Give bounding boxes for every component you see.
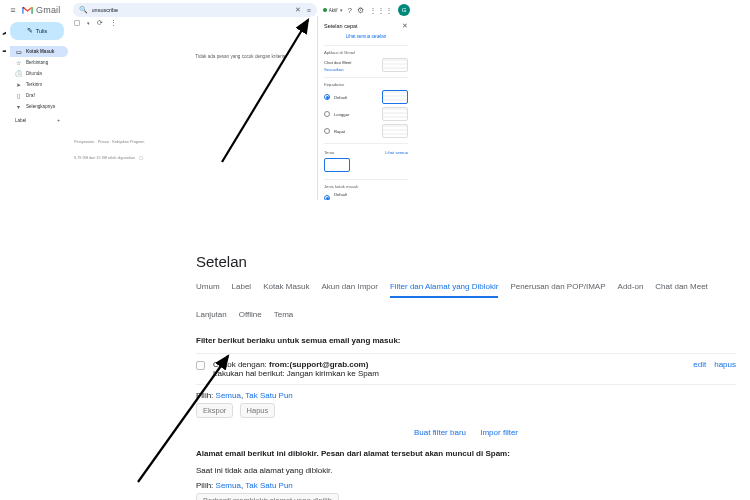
- send-icon: ➤: [15, 81, 22, 88]
- filter-delete-link[interactable]: hapus: [714, 360, 736, 369]
- gmail-brand-text: Gmail: [36, 5, 61, 15]
- topbar-right: Aktif ▾ ? ⚙ ⋮⋮⋮ G: [323, 4, 410, 16]
- filters-heading: Filter berikut berlaku untuk semua email…: [196, 336, 736, 345]
- density-option-comfortable[interactable]: Longgar: [324, 107, 408, 121]
- qs-apps-customize-link[interactable]: Sesuaikan: [324, 67, 378, 72]
- export-button[interactable]: Ekspor: [196, 403, 233, 418]
- delete-button[interactable]: Hapus: [240, 403, 276, 418]
- pick-all-link[interactable]: Semua: [216, 391, 241, 400]
- tab-filters-blocked[interactable]: Filter dan Alamat yang Diblokir: [390, 282, 499, 298]
- search-input[interactable]: [92, 7, 295, 13]
- settings-tabbar: Umum Label Kotak Masuk Akun dan Impor Fi…: [196, 282, 736, 326]
- nav-more[interactable]: ▾Selengkapnya: [10, 101, 68, 112]
- more-vert-icon[interactable]: ⋮: [110, 19, 117, 27]
- nav-drafts[interactable]: ▯Draf: [10, 90, 68, 101]
- radio-icon: [324, 195, 330, 200]
- blocked-select-picker: Pilih: Semua, Tak Satu Pun Berhenti memb…: [196, 481, 736, 500]
- pick-none-link[interactable]: Tak Satu Pun: [245, 391, 293, 400]
- menu-icon[interactable]: ≡: [6, 5, 20, 15]
- see-all-settings-link[interactable]: Lihat semua setelan: [324, 34, 408, 39]
- qs-theme-viewall-link[interactable]: Lihat semua: [385, 150, 408, 155]
- select-all-checkbox[interactable]: [74, 20, 80, 26]
- clear-search-icon[interactable]: ✕: [295, 6, 301, 14]
- settings-title: Setelan: [196, 253, 736, 270]
- search-options-icon[interactable]: ≡: [307, 7, 311, 14]
- pick-prefix: Pilih:: [196, 391, 216, 400]
- density-option-default[interactable]: Default: [324, 90, 408, 104]
- gmail-app-screenshot: ≡ Gmail 🔍 ✕ ≡ Aktif ▾ ? ⚙ ⋮⋮⋮ G: [6, 0, 414, 200]
- refresh-icon[interactable]: ⟳: [97, 19, 103, 27]
- nav-label: Terkirim: [26, 82, 42, 87]
- nav-sent[interactable]: ➤Terkirim: [10, 79, 68, 90]
- qs-apps-title: Aplikasi di Gmail: [324, 50, 408, 55]
- inboxtype-customize-link[interactable]: Sesuaikan: [334, 199, 408, 200]
- density-option-compact[interactable]: Rapat: [324, 124, 408, 138]
- apps-thumb-icon: [382, 58, 408, 72]
- tab-accounts[interactable]: Akun dan Impor: [321, 282, 377, 298]
- nav-inbox[interactable]: ▭Kotak Masuk: [10, 46, 68, 57]
- tab-themes[interactable]: Tema: [274, 310, 294, 324]
- filter-match-value: from:(support@grab.com): [269, 360, 368, 369]
- gmail-sidebar: ✎ Tulis ▭Kotak Masuk ☆Berbintang 🕓Ditund…: [6, 16, 68, 196]
- qs-inboxtype-title: Jenis kotak masuk: [324, 184, 408, 189]
- storage-indicator: 9,79 GB dari 15 GB telah digunakan ▢: [74, 155, 143, 160]
- open-in-new-icon[interactable]: ▢: [139, 155, 143, 160]
- nav-label: Berbintang: [26, 60, 48, 65]
- filter-match-line: Cocok dengan: from:(support@grab.com): [213, 360, 685, 369]
- filter-edit-link[interactable]: edit: [693, 360, 706, 369]
- filter-checkbox[interactable]: [196, 361, 205, 370]
- create-filter-link[interactable]: Buat filter baru: [414, 428, 466, 437]
- compose-button[interactable]: ✎ Tulis: [10, 22, 64, 40]
- storage-text: 9,79 GB dari 15 GB telah digunakan: [74, 156, 135, 160]
- add-label-icon[interactable]: +: [57, 118, 60, 123]
- tab-addons[interactable]: Add-on: [618, 282, 644, 298]
- theme-thumb-icon[interactable]: [324, 158, 350, 172]
- option-label: Rapat: [334, 129, 378, 134]
- nav-label: Ditunda: [26, 71, 42, 76]
- apps-grid-icon[interactable]: ⋮⋮⋮: [369, 6, 393, 15]
- status-indicator[interactable]: Aktif ▾: [323, 7, 343, 13]
- nav-snoozed[interactable]: 🕓Ditunda: [10, 68, 68, 79]
- qs-density-title: Kepadatan: [324, 82, 408, 87]
- nav-label: Selengkapnya: [26, 104, 55, 109]
- import-filter-link[interactable]: Impor filter: [480, 428, 518, 437]
- option-label: Longgar: [334, 112, 378, 117]
- nav-label: Kotak Masuk: [26, 49, 54, 54]
- option-label: Default: [334, 95, 378, 100]
- pick-all-link[interactable]: Semua: [216, 481, 241, 490]
- tab-labels[interactable]: Label: [232, 282, 252, 298]
- tab-offline[interactable]: Offline: [239, 310, 262, 324]
- settings-gear-icon[interactable]: ⚙: [357, 6, 364, 15]
- inboxtype-option-default[interactable]: Default Sesuaikan: [324, 192, 408, 200]
- tab-advanced[interactable]: Lanjutan: [196, 310, 227, 324]
- radio-icon: [324, 111, 330, 117]
- unblock-button[interactable]: Berhenti memblokir alamat yang dipilih: [196, 493, 339, 500]
- blocked-empty-text: Saat ini tidak ada alamat yang diblokir.: [196, 466, 736, 475]
- gmail-brand: Gmail: [22, 5, 61, 15]
- account-avatar[interactable]: G: [398, 4, 410, 16]
- qs-theme-title: Tema: [324, 150, 334, 155]
- search-bar[interactable]: 🔍 ✕ ≡: [73, 3, 317, 17]
- tab-inbox[interactable]: Kotak Masuk: [263, 282, 309, 298]
- filter-row: Cocok dengan: from:(support@grab.com) La…: [196, 353, 736, 385]
- chevron-down-icon: ▾: [15, 103, 22, 110]
- quick-settings-panel: Setelan cepat ✕ Lihat semua setelan Apli…: [318, 16, 414, 200]
- labels-header: Label +: [6, 112, 68, 123]
- filter-match-label: Cocok dengan:: [213, 360, 269, 369]
- tab-chatmeet[interactable]: Chat dan Meet: [655, 282, 707, 298]
- qs-theme-section: Tema Lihat semua: [324, 143, 408, 179]
- footer-legal: Persyaratan · Privasi · Kebijakan Progra…: [74, 140, 144, 148]
- labels-title: Label: [15, 118, 26, 123]
- nav-starred[interactable]: ☆Berbintang: [10, 57, 68, 68]
- select-menu-chevron-icon[interactable]: ▾: [87, 20, 90, 26]
- tab-forwarding[interactable]: Penerusan dan POP/IMAP: [510, 282, 605, 298]
- tab-general[interactable]: Umum: [196, 282, 220, 298]
- pick-prefix: Pilih:: [196, 481, 216, 490]
- pick-none-link[interactable]: Tak Satu Pun: [245, 481, 293, 490]
- search-icon: 🔍: [79, 6, 88, 14]
- settings-page-screenshot: Setelan Umum Label Kotak Masuk Akun dan …: [196, 253, 736, 493]
- close-icon[interactable]: ✕: [402, 22, 408, 30]
- help-icon[interactable]: ?: [348, 6, 352, 15]
- filter-do-line: Lakukan hal berikut: Jangan kirimkan ke …: [213, 369, 685, 378]
- status-dot-icon: [323, 8, 327, 12]
